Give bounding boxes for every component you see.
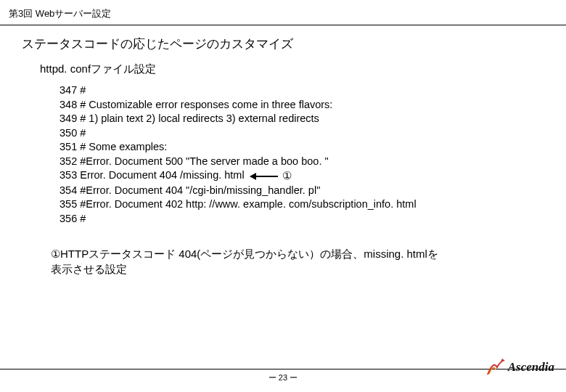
- code-line: 349 # 1) plain text 2) local redirects 3…: [60, 112, 551, 126]
- code-line: 355 #Error. Document 402 http: //www. ex…: [60, 197, 551, 212]
- section-title: ステータスコードの応じたページのカスタマイズ: [0, 25, 566, 60]
- note-line: ①HTTPステータスコード 404(ページが見つからない）の場合、missing…: [51, 248, 438, 260]
- code-text: 353 Error. Document 404 /missing. html: [60, 169, 245, 181]
- code-line: 352 #Error. Document 500 "The server mad…: [60, 155, 551, 169]
- code-line: 348 # Customizable error responses come …: [60, 98, 551, 113]
- code-line: 356 #: [60, 212, 551, 226]
- code-line-annotated: 353 Error. Document 404 /missing. html ①: [60, 168, 551, 183]
- code-line: 347 #: [60, 83, 551, 98]
- page-footer: ー 23 ー Ascendia: [0, 369, 566, 383]
- page-number: ー 23 ー: [0, 372, 566, 383]
- arrow-left-icon: ①: [250, 168, 292, 183]
- code-line: 354 #Error. Document 404 "/cgi-bin/missi…: [60, 184, 551, 198]
- company-logo: Ascendia: [486, 359, 554, 376]
- code-line: 351 # Some examples:: [60, 140, 551, 155]
- footer-rule: [0, 369, 566, 369]
- code-line: 350 #: [60, 126, 551, 141]
- logo-mark-icon: [486, 359, 505, 376]
- annotation-note: ①HTTPステータスコード 404(ページが見つからない）の場合、missing…: [0, 226, 566, 277]
- svg-marker-0: [501, 359, 505, 362]
- subsection-title: httpd. confファイル設定: [0, 60, 566, 83]
- annotation-marker: ①: [282, 168, 292, 183]
- lecture-header: 第3回 Webサーバー設定: [0, 0, 566, 25]
- logo-text: Ascendia: [508, 360, 554, 375]
- note-line: 表示させる設定: [51, 263, 127, 275]
- config-code-block: 347 # 348 # Customizable error responses…: [0, 83, 566, 226]
